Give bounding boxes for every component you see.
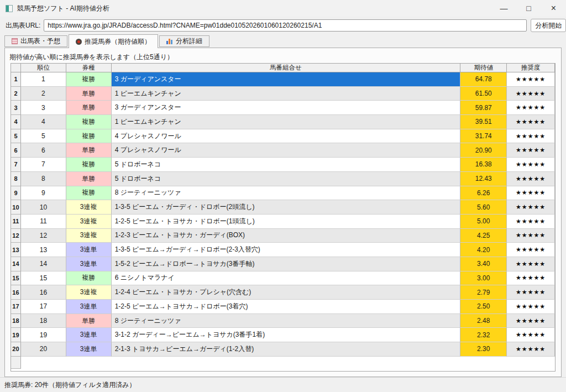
table-row[interactable]: 16 16 3連複 1-2-4 ピーエム・トヨサカ・プレシャ(穴含む) 2.79… xyxy=(11,285,555,300)
rating-cell: ★★★★★ xyxy=(507,72,555,87)
combo-cell[interactable]: 4 プレシャスノワール xyxy=(112,129,461,144)
table-row[interactable]: 2 2 単勝 1 ピーエムキンチャン 61.50 ★★★★★ xyxy=(11,87,555,101)
target-icon xyxy=(76,39,82,45)
table-row[interactable]: 17 17 3連単 1-2-5 ピーエム→トヨサカ→ドロボー(3着穴) 2.50… xyxy=(11,300,555,314)
table-row[interactable]: 7 7 複勝 5 ドロボーネコ 16.38 ★★★★★ xyxy=(11,158,555,172)
combo-cell[interactable]: 5 ドロボーネコ xyxy=(112,158,461,172)
header-expected-value: 期待値 xyxy=(460,64,507,72)
combo-cell[interactable]: 1-5-2 ピーエム→ドロボー→トヨサカ(3番手軸) xyxy=(112,257,461,271)
rank-cell: 13 xyxy=(21,243,66,257)
bet-type-cell: 複勝 xyxy=(66,158,112,172)
new-row-gutter-cell xyxy=(11,357,21,369)
url-input[interactable] xyxy=(44,19,527,32)
close-button[interactable]: × xyxy=(541,0,566,17)
row-header-cell: 7 xyxy=(11,158,21,172)
rating-cell: ★★★★★ xyxy=(507,87,555,101)
table-row[interactable]: 4 4 複勝 1 ピーエムキンチャン 39.51 ★★★★★ xyxy=(11,115,555,129)
table-row[interactable]: 1 1 複勝 3 ガーディアンスター 64.78 ★★★★★ xyxy=(11,72,555,87)
bet-type-cell: 複勝 xyxy=(66,271,112,286)
tab-strip: 出馬表・予想 推奨馬券（期待値順） 分析詳細 xyxy=(4,34,211,48)
expected-value-cell: 5.00 xyxy=(460,215,507,229)
rank-cell: 18 xyxy=(21,314,66,328)
rating-cell: ★★★★★ xyxy=(507,186,555,201)
table-row[interactable]: 18 18 単勝 8 ジーティーニッツァ 2.48 ★★★★★ xyxy=(11,314,555,328)
table-row[interactable]: 5 5 複勝 4 プレシャスノワール 31.74 ★★★★★ xyxy=(11,129,555,144)
row-header-cell: 6 xyxy=(11,143,21,158)
row-header-cell: 20 xyxy=(11,342,21,357)
rank-cell: 20 xyxy=(21,342,66,357)
window-title: 競馬予想ソフト - AI期待値分析 xyxy=(17,4,109,13)
bet-type-cell: 3連単 xyxy=(66,257,112,271)
header-gutter-cell xyxy=(11,64,21,72)
combo-cell[interactable]: 3 ガーディアンスター xyxy=(112,72,461,87)
table-row[interactable]: 19 19 3連単 3-1-2 ガーディー→ピーエム→トヨサカ(3番手1着) 2… xyxy=(11,328,555,342)
table-row[interactable]: 10 10 3連複 1-3-5 ピーエム・ガーディ・ドロボー(2頭流し) 5.6… xyxy=(11,200,555,215)
combo-cell[interactable]: 1-3-5 ピーエム→ガーディ→ドロボー(2-3入替穴) xyxy=(112,243,461,257)
combo-cell[interactable]: 1-2-5 ピーエム・トヨサカ・ドロボー(1頭流し) xyxy=(112,215,461,229)
app-icon xyxy=(6,5,13,12)
table-row[interactable]: 20 20 3連単 2-1-3 トヨサカ→ピーエム→ガーディ(1-2入替) 2.… xyxy=(11,342,555,357)
table-icon xyxy=(12,38,18,44)
rating-cell: ★★★★★ xyxy=(507,342,555,357)
table-row[interactable]: 12 12 3連複 1-2-3 ピーエム・トヨサカ・ガーディ(BOX) 4.25… xyxy=(11,229,555,243)
rating-cell: ★★★★★ xyxy=(507,215,555,229)
tab-race-card[interactable]: 出馬表・予想 xyxy=(4,35,67,47)
row-header-cell: 14 xyxy=(11,257,21,271)
expected-value-cell: 2.30 xyxy=(460,342,507,357)
combo-cell[interactable]: 2-1-3 トヨサカ→ピーエム→ガーディ(1-2入替) xyxy=(112,342,461,357)
combo-cell[interactable]: 1-2-5 ピーエム→トヨサカ→ドロボー(3着穴) xyxy=(112,300,461,314)
tab-recommended-bets[interactable]: 推奨馬券（期待値順） xyxy=(69,34,158,48)
tab-label: 推奨馬券（期待値順） xyxy=(85,37,151,46)
analyze-button[interactable]: 分析開始 xyxy=(531,19,566,32)
expected-value-cell: 61.50 xyxy=(460,87,507,101)
expected-value-cell: 39.51 xyxy=(460,115,507,129)
header-bet-type: 券種 xyxy=(66,64,112,72)
row-header-cell: 19 xyxy=(11,328,21,342)
table-row[interactable]: 11 11 3連複 1-2-5 ピーエム・トヨサカ・ドロボー(1頭流し) 5.0… xyxy=(11,215,555,229)
combo-cell[interactable]: 3-1-2 ガーディー→ピーエム→トヨサカ(3番手1着) xyxy=(112,328,461,342)
bet-type-cell: 単勝 xyxy=(66,101,112,115)
rank-cell: 14 xyxy=(21,257,66,271)
row-header-cell: 11 xyxy=(11,215,21,229)
table-row[interactable]: 15 15 複勝 6 ニシノトマラナイ 3.00 ★★★★★ xyxy=(11,271,555,286)
combo-cell[interactable]: 4 プレシャスノワール xyxy=(112,143,461,158)
table-row[interactable]: 13 13 3連単 1-3-5 ピーエム→ガーディ→ドロボー(2-3入替穴) 4… xyxy=(11,243,555,257)
table-row[interactable]: 9 9 複勝 8 ジーティーニッツァ 6.26 ★★★★★ xyxy=(11,186,555,201)
tab-analysis-detail[interactable]: 分析詳細 xyxy=(159,35,209,47)
title-bar: 競馬予想ソフト - AI期待値分析 — □ × xyxy=(0,0,566,17)
combo-cell[interactable]: 1-2-3 ピーエム・トヨサカ・ガーディ(BOX) xyxy=(112,229,461,243)
rating-cell: ★★★★★ xyxy=(507,243,555,257)
bet-type-cell: 複勝 xyxy=(66,129,112,144)
row-header-cell: 16 xyxy=(11,285,21,300)
header-rank: 順位 xyxy=(21,64,66,72)
minimize-button[interactable]: — xyxy=(491,0,516,17)
rating-cell: ★★★★★ xyxy=(507,229,555,243)
expected-value-cell: 2.50 xyxy=(460,300,507,314)
rank-cell: 6 xyxy=(21,143,66,158)
combo-cell[interactable]: 1-3-5 ピーエム・ガーディ・ドロボー(2頭流し) xyxy=(112,200,461,215)
expected-value-cell: 2.48 xyxy=(460,314,507,328)
combo-cell[interactable]: 5 ドロボーネコ xyxy=(112,172,461,186)
row-header-cell: 17 xyxy=(11,300,21,314)
expected-value-cell: 4.25 xyxy=(460,229,507,243)
maximize-button[interactable]: □ xyxy=(516,0,541,17)
combo-cell[interactable]: 3 ガーディアンスター xyxy=(112,101,461,115)
table-row[interactable]: 8 8 単勝 5 ドロボーネコ 12.43 ★★★★★ xyxy=(11,172,555,186)
combo-cell[interactable]: 1 ピーエムキンチャン xyxy=(112,115,461,129)
rank-cell: 10 xyxy=(21,200,66,215)
combo-cell[interactable]: 1 ピーエムキンチャン xyxy=(112,87,461,101)
rating-cell: ★★★★★ xyxy=(507,172,555,186)
combo-cell[interactable]: 1-2-4 ピーエム・トヨサカ・プレシャ(穴含む) xyxy=(112,285,461,300)
rank-cell: 12 xyxy=(21,229,66,243)
table-row[interactable]: 3 3 単勝 3 ガーディアンスター 59.87 ★★★★★ xyxy=(11,101,555,115)
expected-value-cell: 3.40 xyxy=(460,257,507,271)
table-row[interactable]: 6 6 単勝 4 プレシャスノワール 20.90 ★★★★★ xyxy=(11,143,555,158)
bet-type-cell: 3連複 xyxy=(66,200,112,215)
bet-type-cell: 複勝 xyxy=(66,115,112,129)
rank-cell: 8 xyxy=(21,172,66,186)
table-row[interactable]: 14 14 3連単 1-5-2 ピーエム→ドロボー→トヨサカ(3番手軸) 3.4… xyxy=(11,257,555,271)
rank-cell: 16 xyxy=(21,285,66,300)
combo-cell[interactable]: 8 ジーティーニッツァ xyxy=(112,314,461,328)
combo-cell[interactable]: 6 ニシノトマラナイ xyxy=(112,271,461,286)
combo-cell[interactable]: 8 ジーティーニッツァ xyxy=(112,186,461,201)
